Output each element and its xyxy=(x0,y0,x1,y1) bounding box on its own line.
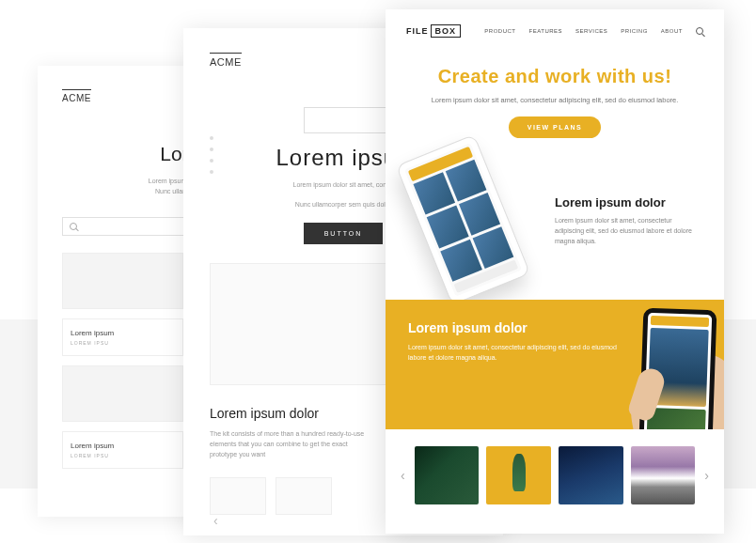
chevron-right-icon[interactable]: › xyxy=(702,468,711,483)
pagination-dots[interactable] xyxy=(210,136,213,174)
search-icon[interactable] xyxy=(696,27,703,35)
brand-logo: ACME xyxy=(62,89,91,103)
nav-item-product[interactable]: PRODUCT xyxy=(484,28,515,34)
brand-logo: ACME xyxy=(210,53,242,68)
tile-placeholder xyxy=(276,477,332,515)
brand-left: FILE xyxy=(406,26,429,36)
image-placeholder xyxy=(62,365,183,422)
tile-card[interactable]: Lorem ipsum LOREM IPSU xyxy=(62,318,183,356)
feature-band: Lorem ipsum dolor Lorem ipsum dolor sit … xyxy=(386,300,724,429)
content-block-placeholder xyxy=(210,263,388,385)
search-icon xyxy=(70,223,77,230)
nav-item-services[interactable]: SERVICES xyxy=(575,28,607,34)
hero-section: Create and work with us! Lorem ipsum dol… xyxy=(386,53,724,147)
tile-title: Lorem ipsum xyxy=(71,329,175,337)
gallery-thumb[interactable] xyxy=(631,446,696,504)
hero-text: Lorem ipsum dolor sit amet, consectetur … xyxy=(414,95,696,105)
section-text: The kit consists of more than a hundred … xyxy=(210,428,370,460)
feature-heading: Lorem ipsum dolor xyxy=(555,195,701,209)
nav-item-features[interactable]: FEATURES xyxy=(529,28,563,34)
nav-item-pricing[interactable]: PRICING xyxy=(621,28,648,34)
hero-heading: Create and work with us! xyxy=(414,66,696,87)
tile-placeholder xyxy=(210,477,266,515)
gallery-thumb[interactable] xyxy=(486,446,551,504)
gallery-thumb[interactable] xyxy=(415,446,480,504)
image-gallery: ‹ › xyxy=(386,429,724,521)
feature-row-1: Lorem ipsum dolor Lorem ipsum dolor sit … xyxy=(386,147,724,300)
tile-sub: LOREM IPSU xyxy=(71,453,175,458)
nav-menu: PRODUCT FEATURES SERVICES PRICING ABOUT xyxy=(484,27,703,35)
brand-right: BOX xyxy=(431,24,462,38)
tile-card[interactable]: Lorem ipsum LOREM IPSU xyxy=(62,431,183,469)
feature-body: Lorem ipsum dolor sit amet, consectetur … xyxy=(555,215,701,247)
brand-logo: FILEBOX xyxy=(406,26,461,36)
tile-title: Lorem ipsum xyxy=(71,442,175,450)
nav-item-about[interactable]: ABOUT xyxy=(661,28,683,34)
header: FILEBOX PRODUCT FEATURES SERVICES PRICIN… xyxy=(386,9,724,53)
hand-holding-phone xyxy=(592,307,724,429)
cta-button[interactable]: VIEW PLANS xyxy=(509,116,602,138)
gallery-thumb[interactable] xyxy=(559,446,623,504)
tile-sub: LOREM IPSU xyxy=(71,340,175,346)
primary-button[interactable]: BUTTON xyxy=(304,223,384,244)
design-card-front: FILEBOX PRODUCT FEATURES SERVICES PRICIN… xyxy=(386,9,724,534)
feature-text-1: Lorem ipsum dolor Lorem ipsum dolor sit … xyxy=(555,195,701,247)
chevron-left-icon[interactable]: ‹ xyxy=(399,468,407,483)
image-placeholder xyxy=(62,253,183,309)
chevron-left-icon[interactable]: ‹ xyxy=(213,513,218,528)
phone-mockup-tilted xyxy=(408,164,540,277)
